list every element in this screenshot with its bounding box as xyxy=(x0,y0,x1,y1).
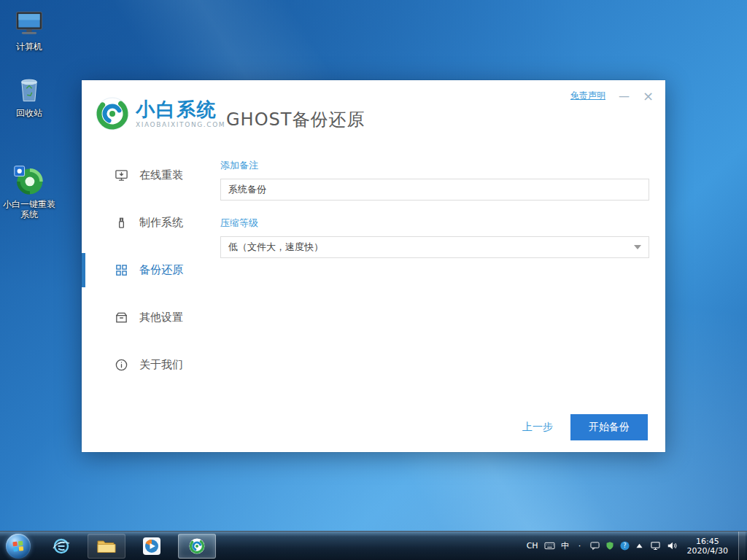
svg-text:?: ? xyxy=(623,542,626,549)
backup-grid-icon xyxy=(115,263,128,277)
taskbar-ie-button[interactable] xyxy=(42,534,80,559)
titlebar-controls: 免责声明 — × xyxy=(570,90,654,102)
security-shield-icon[interactable] xyxy=(605,541,614,551)
desktop-icon-label: 计算机 xyxy=(1,42,58,52)
brand-logo-block: 小白系统 XIAOBAIXITONG.COM xyxy=(95,96,225,131)
backup-form: 添加备注 压缩等级 低（文件大，速度快） xyxy=(220,159,649,258)
tray-ime-indicator[interactable]: 中 xyxy=(561,540,570,551)
taskbar-explorer-button[interactable] xyxy=(88,534,125,559)
recycle-bin-icon xyxy=(13,74,45,106)
disclaimer-link[interactable]: 免责声明 xyxy=(570,90,605,102)
desktop-icon-recycle-bin[interactable]: 回收站 xyxy=(1,74,58,118)
chevron-down-icon xyxy=(634,245,641,249)
help-icon[interactable]: ? xyxy=(620,541,630,551)
note-label[interactable]: 添加备注 xyxy=(220,159,649,172)
computer-icon xyxy=(13,7,45,39)
desktop-icon-label: 回收站 xyxy=(1,108,58,118)
clock-time: 16:45 xyxy=(687,537,728,546)
sidebar-item-make-system[interactable]: 制作系统 xyxy=(82,199,220,246)
sidebar: 在线重装 制作系统 备份还原 其他设置 xyxy=(82,152,220,389)
windows-flag-icon xyxy=(12,540,24,552)
internet-explorer-icon xyxy=(52,537,71,556)
network-icon[interactable] xyxy=(650,541,661,551)
compress-label[interactable]: 压缩等级 xyxy=(220,217,649,230)
compress-selected-value: 低（文件大，速度快） xyxy=(228,241,323,254)
info-icon xyxy=(115,358,128,372)
start-button[interactable] xyxy=(6,534,31,559)
note-input[interactable] xyxy=(220,179,649,201)
back-button[interactable]: 上一步 xyxy=(522,421,553,434)
monitor-download-icon xyxy=(115,168,128,182)
sidebar-item-other-settings[interactable]: 其他设置 xyxy=(82,294,220,341)
sidebar-item-label: 在线重装 xyxy=(139,168,183,182)
compress-select[interactable]: 低（文件大，速度快） xyxy=(220,236,649,258)
taskbar-clock[interactable]: 16:45 2020/4/30 xyxy=(683,537,732,556)
taskbar: CH 中 · ? xyxy=(0,531,747,560)
sidebar-item-online-reinstall[interactable]: 在线重装 xyxy=(82,152,220,199)
box-icon xyxy=(115,311,128,324)
xiaobai-app-icon xyxy=(13,165,45,197)
desktop-icon-computer[interactable]: 计算机 xyxy=(1,7,58,52)
sidebar-item-label: 其他设置 xyxy=(139,311,183,324)
sidebar-item-label: 制作系统 xyxy=(139,216,183,230)
start-backup-button[interactable]: 开始备份 xyxy=(570,414,648,440)
page-title: GHOST备份还原 xyxy=(226,108,365,131)
sidebar-item-backup-restore[interactable]: 备份还原 xyxy=(82,246,220,294)
brand-domain: XIAOBAIXITONG.COM xyxy=(136,121,225,128)
clock-date: 2020/4/30 xyxy=(687,546,728,556)
tray-language-indicator[interactable]: CH xyxy=(527,541,538,551)
folder-icon xyxy=(96,537,117,555)
usb-drive-icon xyxy=(115,216,128,230)
taskbar-media-player-button[interactable] xyxy=(133,534,171,559)
volume-icon[interactable] xyxy=(667,541,677,551)
minimize-button[interactable]: — xyxy=(619,93,630,100)
media-player-icon xyxy=(142,537,161,556)
desktop-icon-label: 小白一键重装系统 xyxy=(1,199,58,219)
xiaobai-logo-icon xyxy=(95,96,130,131)
close-button[interactable]: × xyxy=(643,91,654,101)
system-tray: CH 中 · ? xyxy=(527,532,747,560)
taskbar-app-icons xyxy=(42,534,216,559)
brand-text: 小白系统 XIAOBAIXITONG.COM xyxy=(136,99,225,128)
tray-punctuation-indicator[interactable]: · xyxy=(576,541,584,551)
message-bubble-icon[interactable] xyxy=(590,541,600,551)
hidden-icons-caret-icon[interactable] xyxy=(635,542,644,549)
desktop-icon-xiaobai-reinstall[interactable]: 小白一键重装系统 xyxy=(1,165,58,219)
taskbar-xiaobai-button[interactable] xyxy=(178,534,216,559)
sidebar-item-label: 备份还原 xyxy=(139,263,183,277)
brand-name: 小白系统 xyxy=(136,99,225,120)
sidebar-item-about-us[interactable]: 关于我们 xyxy=(82,341,220,389)
xiaobai-taskbar-icon xyxy=(188,537,206,555)
window-footer: 上一步 开始备份 xyxy=(522,414,648,440)
xiaobai-window: 免责声明 — × 小白系统 XIAOBAIXITONG.COM GHOST备份还… xyxy=(82,80,665,452)
show-desktop-button[interactable] xyxy=(738,532,746,560)
sidebar-item-label: 关于我们 xyxy=(139,358,183,372)
keyboard-icon[interactable] xyxy=(544,541,555,551)
